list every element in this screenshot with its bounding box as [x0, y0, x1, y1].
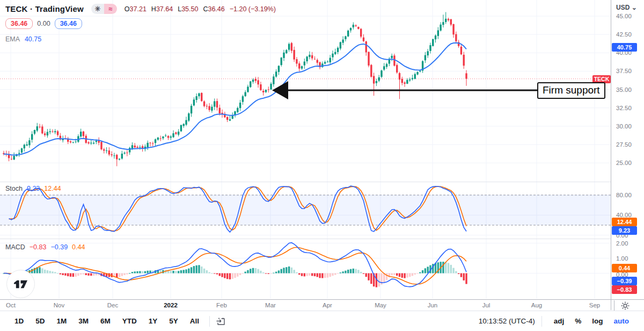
scale-button-auto[interactable]: auto — [609, 315, 635, 327]
ema-value: 40.75 — [25, 35, 41, 43]
macd-tick: 2.00 — [616, 240, 628, 247]
ema-label: EMA — [5, 35, 19, 43]
scale-button-adj[interactable]: adj — [548, 315, 570, 327]
toolbar-right: 10:13:52 (UTC-4) adj%logauto — [479, 315, 634, 327]
range-button-ytd[interactable]: YTD — [116, 315, 143, 327]
ohlc-c: C36.46 — [203, 5, 224, 13]
macd-signal-badge: 0.44 — [612, 264, 637, 272]
price-tick: 35.00 — [616, 87, 632, 93]
tradingview-logo — [6, 270, 35, 298]
candles-layer — [3, 12, 467, 166]
date-tick-dec: Dec — [107, 302, 118, 308]
go-to-date-button[interactable] — [214, 315, 228, 328]
ema-line — [4, 43, 466, 155]
ohlc-h: H37.64 — [151, 5, 173, 13]
macd-signal-line — [4, 247, 466, 284]
axis-separator — [611, 0, 611, 310]
range-button-all[interactable]: All — [184, 315, 205, 327]
date-axis[interactable]: OctNovDec2022FebMarAprMayJunJulAugSep — [0, 299, 644, 311]
ohlc-l: L35.50 — [178, 5, 198, 13]
currency-selector[interactable]: USD ⌄ — [616, 4, 637, 11]
date-tick-feb: Feb — [216, 302, 227, 308]
date-tick-2022: 2022 — [164, 302, 178, 308]
ema-axis-badge: 40.75 — [612, 43, 637, 52]
legend-toggle-pills: ✳ ≈ — [91, 4, 117, 14]
ohlc-readout: O37.21H37.64L35.50C36.46−1.20 (−3.19%) — [125, 5, 276, 13]
date-tick-jul: Jul — [482, 302, 491, 308]
stoch-k-value: 9.23 — [27, 185, 40, 192]
spread-value: 0.00 — [37, 20, 50, 27]
date-tick-sep: Sep — [589, 302, 600, 308]
price-axis[interactable]: USD ⌄ 45.0042.5040.0037.5035.0032.5030.0… — [611, 0, 644, 310]
chart-legend: TECK · TradingView ✳ ≈ O37.21H37.64L35.5… — [5, 4, 276, 14]
quote-row: 36.46 0.00 36.46 — [5, 18, 82, 29]
macd-hist-value: −0.83 — [30, 243, 47, 251]
date-tick-oct: Oct — [6, 302, 16, 308]
macd-hist-badge: −0.83 — [612, 285, 637, 294]
date-tick-apr: Apr — [323, 302, 332, 308]
snowflake-icon[interactable]: ✳ — [91, 4, 104, 14]
macd-legend: MACD −0.83 −0.39 0.44 — [5, 243, 85, 251]
sell-quote-button[interactable]: 36.46 — [5, 18, 33, 29]
calendar-arrow-icon — [216, 316, 226, 327]
date-tick-may: May — [375, 302, 386, 308]
date-tick-nov: Nov — [54, 302, 64, 308]
stoch-d-value: 12.44 — [44, 185, 61, 192]
range-button-6m[interactable]: 6M — [94, 315, 116, 327]
stoch-label: Stoch — [5, 185, 23, 192]
symbol-title: TECK · TradingView — [5, 4, 84, 13]
price-tick: 25.00 — [616, 160, 632, 166]
macd-label: MACD — [5, 243, 25, 251]
scale-button-%[interactable]: % — [569, 315, 587, 327]
grid-layer — [0, 0, 611, 299]
stoch-band — [0, 195, 611, 225]
price-tick: 27.50 — [616, 141, 632, 148]
ohlc-o: O37.21 — [125, 5, 147, 13]
chart-canvas[interactable] — [0, 0, 611, 299]
ema-legend: EMA 40.75 — [5, 35, 41, 43]
buy-quote-button[interactable]: 36.46 — [55, 18, 82, 29]
price-tick: 37.50 — [616, 68, 632, 74]
range-button-1m[interactable]: 1M — [51, 315, 73, 327]
bottom-toolbar: 1D5D1M3M6MYTD1Y5YAll 10:13:52 (UTC-4) ad… — [0, 311, 644, 331]
date-tick-aug: Aug — [531, 302, 542, 308]
range-button-5y[interactable]: 5Y — [163, 315, 184, 327]
clock-readout: 10:13:52 (UTC-4) — [479, 317, 535, 325]
date-tick-jun: Jun — [428, 302, 438, 308]
wave-icon[interactable]: ≈ — [104, 4, 117, 14]
tradingview-chart-widget: TECK · TradingView ✳ ≈ O37.21H37.64L35.5… — [0, 0, 644, 331]
price-tick: 45.00 — [616, 13, 632, 19]
price-tick: 32.50 — [616, 105, 632, 111]
scale-button-log[interactable]: log — [587, 315, 608, 327]
scale-buttons: adj%logauto — [548, 315, 634, 327]
macd-signal-value: 0.44 — [72, 243, 85, 251]
stoch-k-badge: 9.23 — [612, 226, 637, 235]
range-button-1y[interactable]: 1Y — [143, 315, 164, 327]
macd-line-value: −0.39 — [50, 243, 68, 251]
range-button-3m[interactable]: 3M — [72, 315, 94, 327]
price-tick: 30.00 — [616, 123, 632, 129]
change-value: −1.20 (−3.19%) — [230, 5, 276, 13]
macd-line-badge: −0.39 — [612, 277, 637, 285]
price-tick: 42.50 — [616, 31, 632, 38]
axis-divider — [614, 300, 614, 311]
stoch-legend: Stoch 9.23 12.44 — [5, 185, 61, 192]
stoch-d-badge: 12.44 — [612, 218, 637, 226]
date-tick-mar: Mar — [265, 302, 276, 308]
stoch-tick: 80.00 — [616, 192, 632, 198]
range-button-1d[interactable]: 1D — [9, 315, 30, 327]
macd-tick: 1.00 — [616, 255, 628, 262]
range-button-5d[interactable]: 5D — [30, 315, 50, 327]
toolbar-divider — [209, 316, 210, 327]
range-switcher: 1D5D1M3M6MYTD1Y5YAll — [9, 315, 205, 327]
gear-icon[interactable] — [621, 301, 630, 310]
firm-support-annotation[interactable]: Firm support — [537, 82, 605, 99]
toolbar-divider — [541, 316, 542, 327]
